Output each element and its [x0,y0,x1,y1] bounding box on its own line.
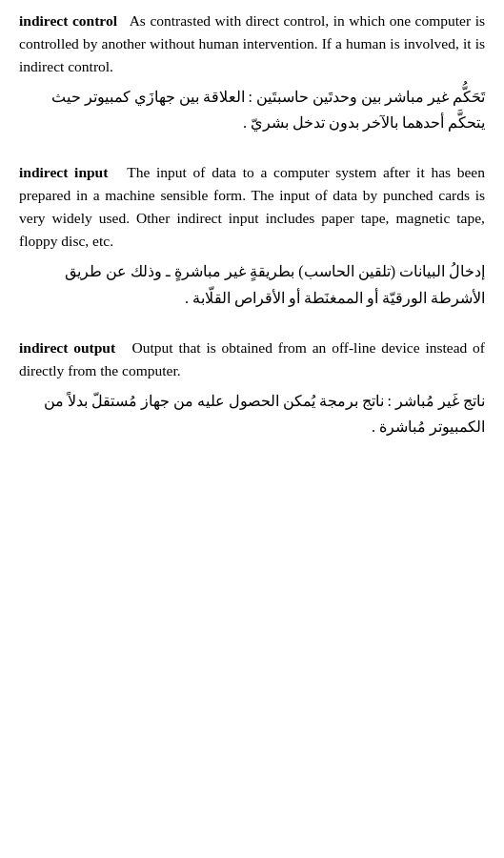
entry-indirect-control-title: indirect control [19,12,117,29]
entry-indirect-output-arabic: ناتج غَير مُباشر : ناتج برمجة يُمكن الحص… [19,388,485,439]
page-content: indirect control As contrasted with dire… [19,10,485,439]
entry-indirect-input-title: indirect input [19,164,108,180]
entry-indirect-input: indirect input The input of data to a co… [19,161,485,310]
entry-indirect-input-arabic: إدخالُ البيانات (تلقين الحاسب) بطريقةٍ غ… [19,258,485,310]
divider-2 [19,328,485,329]
entry-indirect-control-arabic: تَحَكُّم غير مباشر بين وحدتَين حاسبتَين … [19,84,485,135]
entry-indirect-output-title: indirect output [19,339,115,356]
entry-indirect-control-english: indirect control As contrasted with dire… [19,10,485,78]
entry-indirect-control: indirect control As contrasted with dire… [19,10,485,135]
entry-indirect-output: indirect output Output that is obtained … [19,337,485,439]
entry-indirect-output-english: indirect output Output that is obtained … [19,337,485,382]
divider-1 [19,153,485,153]
entry-indirect-input-english: indirect input The input of data to a co… [19,161,485,253]
